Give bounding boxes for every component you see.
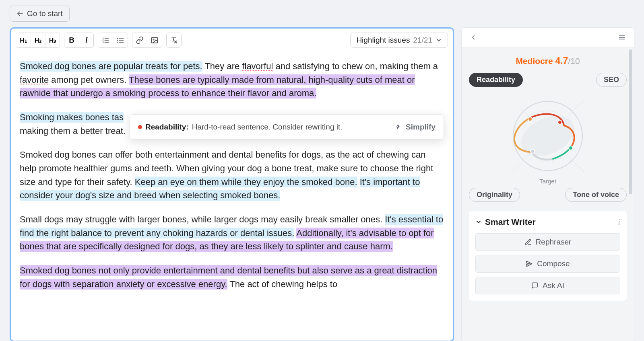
smart-writer-panel: Smart Writer i Rephraser Compose [469, 211, 627, 301]
highlighted-text: Keep an eye on them while they enjoy the… [135, 177, 357, 187]
svg-point-25 [515, 108, 581, 164]
svg-point-26 [528, 117, 532, 121]
rephraser-label: Rephraser [536, 238, 572, 247]
scrollbar[interactable] [629, 49, 632, 194]
edit-icon [524, 238, 532, 246]
svg-point-12 [117, 42, 118, 43]
tooltip-message: Hard-to-read sentence. Consider rewritin… [192, 121, 391, 133]
radar-chart [469, 89, 627, 184]
pill-seo[interactable]: SEO [596, 73, 627, 87]
paragraph: Smoked dog bones not only provide entert… [20, 264, 444, 291]
score-label: Mediocre [516, 56, 553, 66]
info-icon[interactable]: i [618, 218, 620, 227]
image-button[interactable] [147, 33, 162, 47]
pill-originality[interactable]: Originality [469, 188, 520, 202]
smart-writer-title: Smart Writer [485, 217, 615, 227]
bold-button[interactable]: B [64, 33, 79, 47]
highlight-issues-count: 21/21 [413, 36, 432, 45]
italic-button[interactable]: I [79, 33, 93, 47]
magic-wand-icon [394, 123, 402, 131]
panel-back-button[interactable] [467, 32, 479, 43]
svg-point-10 [117, 38, 118, 39]
chat-icon [531, 282, 539, 289]
highlight-issues-label: Highlight issues [356, 36, 410, 45]
svg-point-14 [153, 39, 154, 40]
link-icon [136, 36, 144, 44]
status-dot-icon [138, 125, 142, 129]
unordered-list-icon [116, 36, 124, 44]
editor-content[interactable]: Smoked dog bones are popular treats for … [11, 52, 453, 308]
score-value: 4.7 [555, 55, 568, 66]
score-display: Mediocre 4.7/10 [469, 55, 627, 66]
rephraser-button[interactable]: Rephraser [475, 233, 620, 251]
svg-point-27 [558, 120, 562, 124]
svg-point-28 [569, 146, 573, 150]
chevron-down-icon [436, 37, 442, 43]
pill-tone[interactable]: Tone of voice [565, 188, 627, 202]
spelling-marker: favorite [20, 75, 49, 85]
ordered-list-icon: 123 [101, 36, 109, 44]
paragraph: Small dogs may struggle with larger bone… [20, 213, 444, 253]
ordered-list-button[interactable]: 123 [98, 33, 113, 47]
compose-icon [526, 260, 533, 267]
svg-point-29 [530, 149, 535, 153]
hamburger-icon [618, 33, 626, 41]
go-to-start-label: Go to start [27, 9, 63, 18]
pill-readability[interactable]: Readability [469, 73, 523, 87]
svg-point-11 [117, 40, 118, 41]
compose-button[interactable]: Compose [475, 255, 620, 273]
side-panel: Mediocre 4.7/10 Readability SEO [461, 27, 634, 341]
heading2-button[interactable]: H₂ [31, 33, 45, 47]
tooltip-category: Readability: [145, 121, 189, 133]
link-button[interactable] [132, 33, 147, 47]
paragraph: Smoked dog bones can offer both entertai… [20, 148, 444, 202]
spelling-marker: flavorful [242, 61, 273, 71]
panel-menu-button[interactable] [615, 32, 628, 43]
ask-ai-button[interactable]: Ask AI [475, 277, 620, 294]
chevron-down-icon[interactable] [475, 219, 482, 225]
chevron-left-icon [470, 34, 477, 41]
clear-formatting-button[interactable] [167, 33, 181, 47]
clear-formatting-icon [170, 36, 178, 44]
editor-panel: H₁ H₂ H₃ B I 123 [10, 27, 454, 341]
highlight-issues-dropdown[interactable]: Highlight issues 21/21 [350, 33, 448, 48]
highlighted-text: Smoking makes bones tas [20, 112, 124, 123]
arrow-left-icon [17, 10, 24, 17]
editor-toolbar: H₁ H₂ H₃ B I 123 [11, 29, 453, 52]
heading3-button[interactable]: H₃ [45, 33, 60, 47]
unordered-list-button[interactable] [113, 33, 128, 47]
highlighted-text: Smoked dog bones are popular treats for … [20, 61, 202, 72]
compose-label: Compose [537, 259, 570, 268]
paragraph: Smoked dog bones are popular treats for … [20, 60, 444, 100]
svg-text:3: 3 [103, 41, 104, 43]
simplify-label: Simplify [406, 121, 436, 133]
heading1-button[interactable]: H₁ [16, 33, 31, 47]
ask-ai-label: Ask AI [543, 281, 564, 290]
simplify-button[interactable]: Simplify [394, 121, 436, 133]
readability-tooltip: Readability: Hard-to-read sentence. Cons… [130, 114, 444, 140]
go-to-start-button[interactable]: Go to start [10, 6, 70, 22]
score-max: /10 [568, 56, 580, 66]
image-icon [151, 36, 159, 44]
